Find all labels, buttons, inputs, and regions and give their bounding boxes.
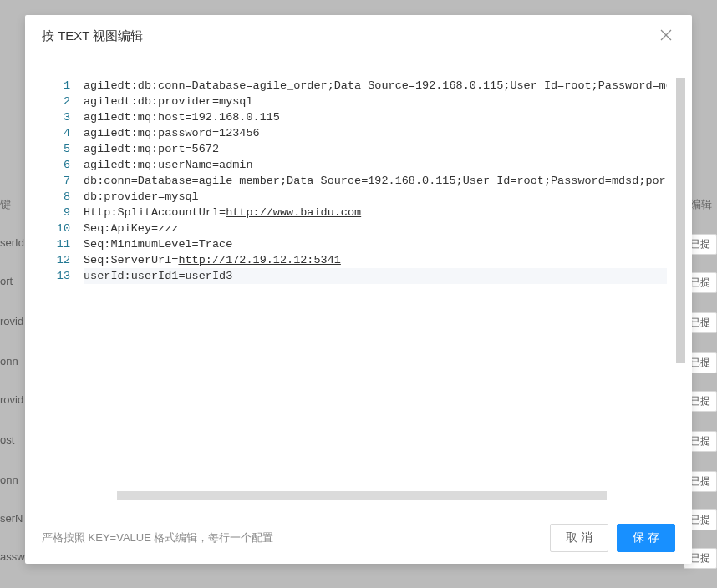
line-number: 10 (50, 220, 70, 236)
line-number: 9 (50, 205, 70, 220)
code-line[interactable]: Http:SplitAccountUrl=http://www.baidu.co… (84, 205, 667, 220)
horizontal-scrollbar-thumb[interactable] (117, 491, 607, 500)
line-number: 1 (50, 78, 70, 94)
close-icon[interactable] (657, 26, 675, 47)
bg-row-label: serId (0, 236, 24, 249)
line-number: 11 (50, 236, 70, 252)
code-editor[interactable]: 12345678910111213 agiledt:db:conn=Databa… (50, 78, 667, 512)
code-line[interactable]: Seq:ServerUrl=http://172.19.12.12:5341 (84, 252, 667, 268)
code-line[interactable]: agiledt:mq:password=123456 (84, 125, 667, 141)
bg-row-label: onn (0, 355, 18, 368)
line-number: 12 (50, 252, 70, 268)
line-number: 7 (50, 173, 70, 189)
text-edit-modal: 按 TEXT 视图编辑 12345678910111213 agiledt:db… (25, 15, 692, 564)
format-hint: 严格按照 KEY=VALUE 格式编辑，每行一个配置 (42, 530, 542, 545)
bg-row-label: serN (0, 512, 23, 525)
line-number: 2 (50, 94, 70, 109)
line-number: 5 (50, 141, 70, 157)
line-number: 13 (50, 268, 70, 284)
modal-footer: 严格按照 KEY=VALUE 格式编辑，每行一个配置 取 消 保 存 (25, 512, 692, 564)
code-line[interactable]: Seq:MinimumLevel=Trace (84, 236, 667, 252)
code-link[interactable]: http://172.19.12.12:5341 (178, 254, 340, 266)
code-line[interactable]: agiledt:mq:port=5672 (84, 141, 667, 157)
code-line[interactable]: agiledt:db:provider=mysql (84, 94, 667, 109)
modal-header: 按 TEXT 视图编辑 (25, 15, 692, 58)
modal-body: 12345678910111213 agiledt:db:conn=Databa… (25, 58, 692, 512)
code-content[interactable]: agiledt:db:conn=Database=agile_order;Dat… (84, 78, 667, 512)
bg-row-label: rovid (0, 393, 23, 406)
save-button[interactable]: 保 存 (617, 524, 675, 552)
code-line[interactable]: userId:userId1=userId3 (84, 268, 667, 284)
code-link[interactable]: http://www.baidu.com (226, 206, 361, 219)
bg-row-label: ort (0, 275, 13, 287)
line-number: 8 (50, 189, 70, 205)
modal-title: 按 TEXT 视图编辑 (42, 28, 143, 44)
code-line[interactable]: db:provider=mysql (84, 189, 667, 205)
code-line[interactable]: agiledt:db:conn=Database=agile_order;Dat… (84, 78, 667, 94)
line-number: 4 (50, 125, 70, 141)
vertical-scrollbar[interactable] (676, 78, 685, 363)
horizontal-scrollbar-track[interactable] (117, 491, 667, 500)
line-number: 6 (50, 157, 70, 173)
line-number-gutter: 12345678910111213 (50, 78, 84, 512)
code-line[interactable]: agiledt:mq:host=192.168.0.115 (84, 109, 667, 125)
cancel-button[interactable]: 取 消 (550, 524, 608, 552)
code-line[interactable]: Seq:ApiKey=zzz (84, 220, 667, 236)
bg-row-label: onn (0, 474, 18, 486)
bg-row-label: rovid (0, 315, 23, 327)
bg-row-label: ost (0, 433, 14, 446)
code-line[interactable]: db:conn=Database=agile_member;Data Sourc… (84, 173, 667, 189)
bg-row-label: assw (0, 550, 25, 563)
code-line[interactable]: agiledt:mq:userName=admin (84, 157, 667, 173)
line-number: 3 (50, 109, 70, 125)
